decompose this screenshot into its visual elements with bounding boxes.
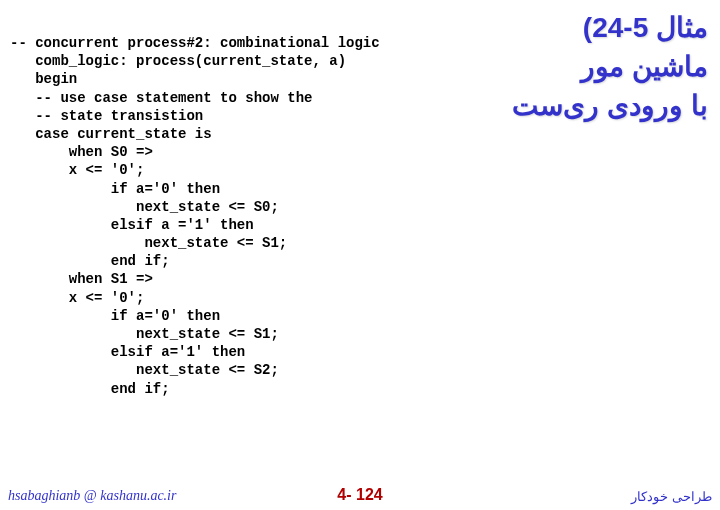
- title-line-1: مثال 5-24): [512, 8, 708, 47]
- footer-topic: طراحی خودکار: [631, 489, 712, 504]
- title-line-2: ماشین مور: [512, 47, 708, 86]
- slide-title: مثال 5-24) ماشین مور با ورودی ری‌ست: [512, 8, 708, 126]
- title-line-3: با ورودی ری‌ست: [512, 86, 708, 125]
- footer-page-number: 4- 124: [337, 486, 382, 504]
- code-block: -- concurrent process#2: combinational l…: [10, 34, 380, 398]
- footer-author: hsabaghianb @ kashanu.ac.ir: [8, 488, 176, 504]
